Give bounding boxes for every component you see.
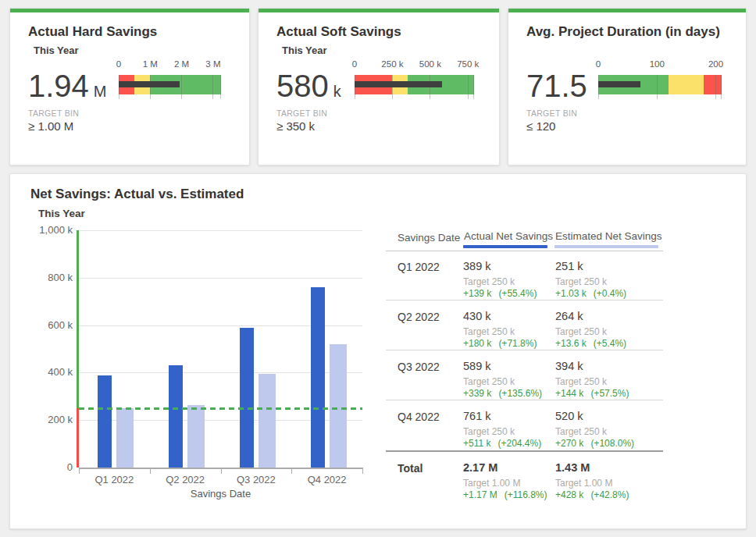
delta-amount: +180 k	[463, 338, 491, 349]
bullet-axis-tick-label: 0	[352, 59, 357, 69]
bar-estimated-q1-2022[interactable]	[116, 408, 134, 468]
row-label: Q2 2022	[398, 311, 440, 323]
bullet-tick	[473, 75, 474, 99]
bullet-tick	[721, 75, 722, 99]
bar-estimated-q4-2022[interactable]	[330, 344, 347, 468]
bullet-tick	[715, 75, 716, 99]
delta-percent: (+108.0%)	[590, 438, 634, 449]
estimated-cell: 520 kTarget 250 k+270 k(+108.0%)	[555, 400, 647, 450]
bullet-axis-tick-label: 3 M	[205, 59, 220, 69]
value: 430 k	[463, 310, 490, 322]
kpi-value: 71.5	[526, 68, 592, 104]
y-axis-label: 600 k	[18, 319, 73, 331]
estimated-cell: 1.43 MTarget 1.00 M+428 k(+42.8%)	[555, 452, 647, 502]
kpi-card-subtitle: This Year	[282, 44, 327, 56]
bullet-axis-labels: 0100200	[598, 59, 722, 70]
estimated-series-legend-bar	[555, 245, 658, 248]
y-axis-label: 200 k	[18, 414, 73, 425]
table-row-q2-2022[interactable]: Q2 2022430 kTarget 250 k+180 k(+71.8%)26…	[386, 301, 663, 350]
y-axis-below-target-segment	[77, 408, 79, 468]
target-text: Target 250 k	[555, 276, 607, 287]
bar-estimated-q3-2022[interactable]	[259, 374, 276, 468]
table-row-total[interactable]: Total2.17 MTarget 1.00 M+1.17 M(+116.8%)…	[386, 450, 663, 502]
table-row-q1-2022[interactable]: Q1 2022389 kTarget 250 k+139 k(+55.4%)25…	[386, 251, 663, 301]
gridline	[79, 230, 362, 231]
target-text: Target 250 k	[463, 376, 515, 387]
kpi-value-suffix: k	[333, 83, 341, 101]
bullet-axis-tick-label: 100	[650, 59, 665, 69]
bar-actual-q2-2022[interactable]	[169, 365, 183, 468]
x-axis-tick	[79, 468, 80, 474]
kpi-card-title: Avg. Project Duration (in days)	[526, 24, 720, 40]
actual-cell: 430 kTarget 250 k+180 k(+71.8%)	[463, 301, 555, 350]
target-text: Target 250 k	[463, 326, 515, 337]
value: 389 k	[463, 260, 490, 272]
actual-series-legend-bar	[463, 245, 547, 248]
delta-percent: (+204.4%)	[497, 438, 541, 449]
kpi-value: 580 k	[276, 68, 341, 104]
column-header-savings-date[interactable]: Savings Date	[398, 232, 460, 244]
delta-percent: (+42.8%)	[590, 489, 629, 500]
actual-cell: 2.17 MTarget 1.00 M+1.17 M(+116.8%)	[463, 452, 555, 502]
target-bin-value: ≤ 120	[526, 119, 555, 133]
bullet-measure-bar	[598, 81, 640, 87]
bar-actual-q1-2022[interactable]	[98, 375, 112, 468]
value: 264 k	[555, 310, 583, 322]
row-label: Total	[398, 462, 423, 475]
bullet-tick	[220, 75, 221, 99]
kpi-card-avg-project-duration[interactable]: Avg. Project Duration (in days) 71.5 010…	[508, 8, 747, 165]
delta-percent: (+71.8%)	[498, 338, 537, 349]
x-axis-tick	[362, 468, 363, 474]
delta-text: +511 k(+204.4%)	[463, 438, 541, 449]
card-accent-bar	[508, 9, 746, 12]
kpi-card-title: Actual Soft Savings	[276, 24, 401, 40]
kpi-card-subtitle: This Year	[34, 44, 79, 56]
delta-amount: +511 k	[463, 438, 490, 449]
bullet-tick	[181, 75, 182, 99]
kpi-value-number: 1.94	[28, 68, 89, 104]
target-bin-value: ≥ 350 k	[276, 119, 315, 133]
column-header-actual-net-savings[interactable]: Actual Net Savings	[464, 230, 553, 242]
y-axis-label: 0	[18, 461, 73, 473]
table-row-q3-2022[interactable]: Q3 2022589 kTarget 250 k+339 k(+135.6%)3…	[386, 350, 663, 400]
bullet-chart: 01 M2 M3 M	[119, 59, 221, 105]
kpi-card-title: Actual Hard Savings	[28, 24, 157, 40]
x-axis-category-label: Q1 2022	[79, 474, 149, 485]
table-row-q4-2022[interactable]: Q4 2022761 kTarget 250 k+511 k(+204.4%)5…	[386, 400, 663, 450]
row-label: Q3 2022	[398, 361, 440, 373]
target-text: Target 1.00 M	[463, 478, 520, 489]
delta-percent: (+5.4%)	[594, 338, 626, 349]
bar-actual-q4-2022[interactable]	[311, 287, 325, 468]
row-label: Q1 2022	[398, 261, 440, 273]
bullet-segment-red	[704, 75, 722, 94]
row-label: Q4 2022	[398, 411, 440, 423]
net-savings-table: Savings Date Actual Net Savings Estimate…	[386, 226, 663, 503]
bullet-axis-tick-label: 200	[708, 59, 723, 69]
kpi-card-actual-hard-savings[interactable]: Actual Hard Savings This Year 1.94 M 01 …	[9, 8, 250, 165]
target-text: Target 250 k	[555, 326, 607, 337]
net-savings-panel: Net Savings: Actual vs. Estimated This Y…	[9, 173, 747, 529]
bar-actual-q3-2022[interactable]	[240, 328, 254, 468]
kpi-card-actual-soft-savings[interactable]: Actual Soft Savings This Year 580 k 0250…	[258, 8, 500, 165]
bar-estimated-q2-2022[interactable]	[187, 405, 205, 468]
target-bin-label: TARGET BIN	[526, 108, 577, 118]
delta-text: +180 k(+71.8%)	[463, 338, 537, 349]
delta-percent: (+135.6%)	[498, 388, 542, 399]
bullet-axis-tick-label: 0	[596, 59, 601, 69]
target-text: Target 250 k	[555, 376, 607, 387]
delta-text: +13.6 k(+5.4%)	[555, 338, 626, 349]
bullet-axis-tick-label: 1 M	[143, 59, 158, 69]
kpi-value: 1.94 M	[28, 68, 107, 104]
x-axis-title: Savings Date	[79, 488, 362, 500]
bullet-axis-labels: 0250 k500 k750 k	[355, 59, 474, 70]
bullet-tick	[212, 75, 213, 99]
target-text: Target 250 k	[555, 426, 607, 437]
target-bin-label: TARGET BIN	[28, 108, 79, 118]
column-header-estimated-net-savings[interactable]: Estimated Net Savings	[555, 230, 662, 242]
y-axis-label: 800 k	[18, 272, 73, 283]
value: 761 k	[463, 410, 490, 422]
value: 2.17 M	[463, 461, 497, 474]
bullet-segment-yellow	[669, 75, 704, 94]
bullet-axis-tick-label: 500 k	[419, 59, 441, 69]
delta-text: +1.17 M(+116.8%)	[463, 489, 547, 500]
